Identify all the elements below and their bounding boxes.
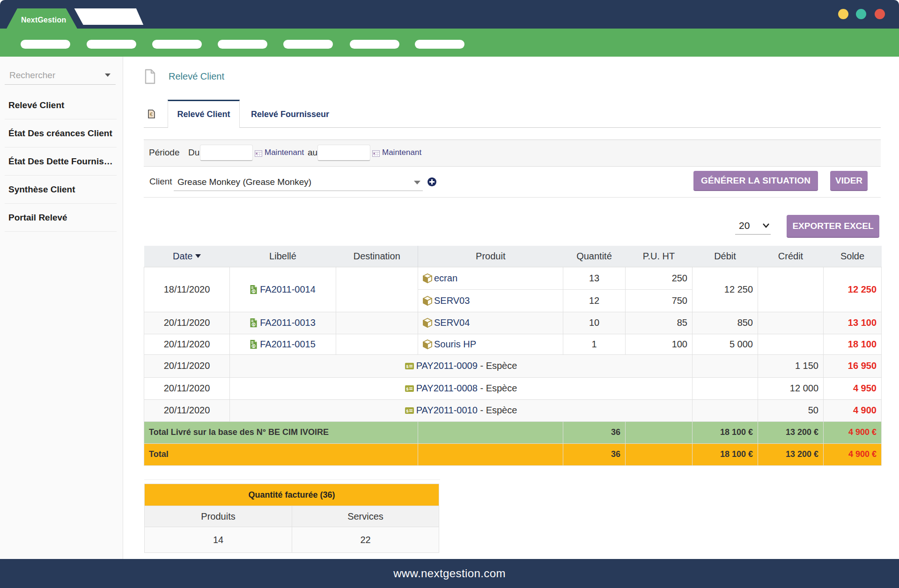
- svg-text:$: $: [253, 344, 255, 348]
- svg-text:$: $: [406, 387, 408, 391]
- svg-text:$: $: [253, 323, 255, 327]
- svg-text:$: $: [253, 289, 255, 293]
- svg-text:$: $: [406, 409, 408, 413]
- svg-text:€: €: [150, 111, 153, 117]
- svg-text:$: $: [406, 364, 408, 369]
